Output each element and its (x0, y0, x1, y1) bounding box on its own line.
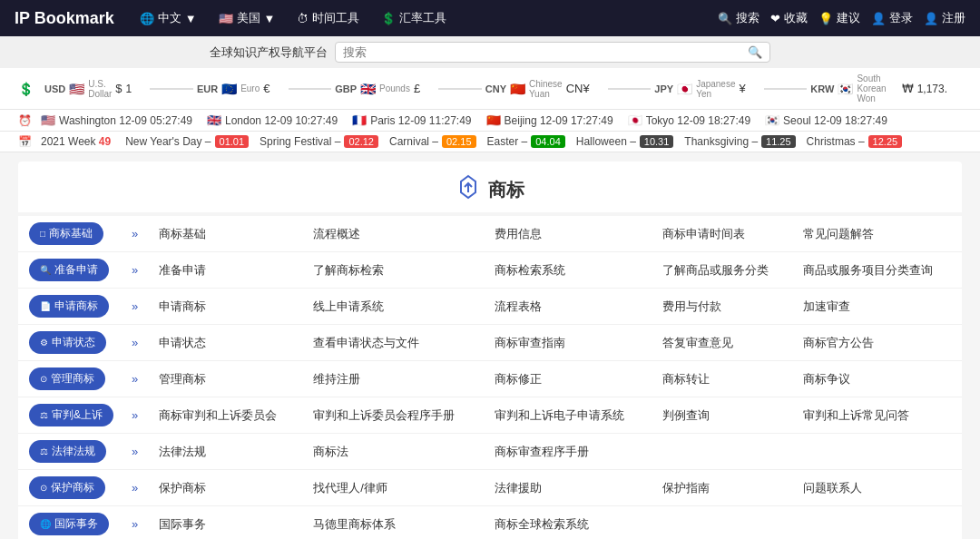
currency-row: 💲 USD 🇺🇸 U.S. Dollar $ 1 EUR 🇪🇺 Euro € G… (0, 68, 980, 110)
category-btn-7[interactable]: ⊙保护商标 (29, 476, 105, 499)
link-cell-7-1[interactable]: 找代理人/律师 (304, 470, 485, 506)
link-cell-4-4[interactable]: 商标争议 (794, 361, 962, 397)
link-cell-8-0[interactable]: 国际事务 (150, 506, 304, 540)
category-btn-0[interactable]: □商标基础 (29, 222, 103, 245)
link-cell-1-2[interactable]: 商标检索系统 (485, 252, 653, 289)
arrow-6: » (122, 434, 150, 470)
search-input[interactable] (343, 45, 744, 59)
link-cell-8-4 (794, 506, 962, 540)
alarm-icon: ⏰ (18, 114, 32, 127)
search-submit-icon[interactable]: 🔍 (748, 45, 762, 59)
link-cell-0-1[interactable]: 流程概述 (304, 216, 485, 252)
link-cell-2-3[interactable]: 费用与付款 (653, 289, 794, 325)
link-cell-2-2[interactable]: 流程表格 (485, 289, 653, 325)
link-cell-3-4[interactable]: 商标官方公告 (794, 325, 962, 361)
category-label-6: 法律法规 (52, 444, 95, 459)
currency-bar-2 (289, 88, 332, 90)
link-cell-5-3[interactable]: 判例查询 (653, 397, 794, 434)
cat-icon-0: □ (40, 229, 45, 239)
currency-eur: EUR 🇪🇺 Euro € (197, 82, 270, 96)
link-cell-7-0[interactable]: 保护商标 (150, 470, 304, 506)
link-cell-1-3[interactable]: 了解商品或服务分类 (653, 252, 794, 289)
link-cell-2-4[interactable]: 加速审查 (794, 289, 962, 325)
link-cell-3-3[interactable]: 答复审查意见 (653, 325, 794, 361)
holiday-halloween: Halloween – 10.31 (576, 135, 674, 148)
link-cell-7-3[interactable]: 保护指南 (653, 470, 794, 506)
currency-bar-4 (608, 88, 652, 90)
nav-right-area: 🔍 搜索 ❤ 收藏 💡 建议 👤 登录 👤 注册 (718, 10, 965, 26)
link-cell-3-1[interactable]: 查看申请状态与文件 (304, 325, 485, 361)
holiday-easter: Easter – 04.04 (487, 135, 565, 148)
link-cell-4-0[interactable]: 管理商标 (150, 361, 304, 397)
time-paris: 🇫🇷 Paris 12-09 11:27:49 (352, 113, 471, 127)
nav-search[interactable]: 🔍 搜索 (718, 10, 760, 26)
holiday-carnival: Carnival – 02.15 (389, 135, 476, 148)
link-cell-6-1[interactable]: 商标法 (304, 434, 485, 470)
currency-cny: CNY 🇨🇳 Chinese Yuan CN¥ (485, 79, 590, 99)
trademark-title: 商标 (488, 178, 524, 202)
time-tokyo: 🇯🇵 Tokyo 12-09 18:27:49 (628, 113, 750, 127)
link-cell-1-0[interactable]: 准备申请 (150, 252, 304, 289)
link-cell-6-0[interactable]: 法律法规 (150, 434, 304, 470)
arrow-1: » (122, 252, 150, 289)
table-row: ⊙保护商标»保护商标找代理人/律师法律援助保护指南问题联系人 (18, 470, 962, 506)
table-row: ⚙申请状态»申请状态查看申请状态与文件商标审查指南答复审查意见商标官方公告 (18, 325, 962, 361)
category-btn-4[interactable]: ⊙管理商标 (29, 368, 105, 390)
link-cell-5-4[interactable]: 审判和上诉常见问答 (794, 397, 962, 434)
link-cell-0-3[interactable]: 商标申请时间表 (653, 216, 794, 252)
link-cell-4-3[interactable]: 商标转让 (653, 361, 794, 397)
link-cell-7-4[interactable]: 问题联系人 (794, 470, 962, 506)
link-cell-6-4 (794, 434, 962, 470)
link-cell-0-2[interactable]: 费用信息 (485, 216, 653, 252)
time-seoul: 🇰🇷 Seoul 12-09 18:27:49 (765, 113, 887, 127)
cat-icon-2: 📄 (40, 301, 51, 311)
link-cell-7-2[interactable]: 法律援助 (485, 470, 653, 506)
category-label-0: 商标基础 (49, 226, 93, 241)
link-cell-1-4[interactable]: 商品或服务项目分类查询 (794, 252, 962, 289)
link-cell-5-1[interactable]: 审判和上诉委员会程序手册 (304, 397, 485, 434)
currency-icon: 💲 (18, 82, 34, 96)
link-cell-8-2[interactable]: 商标全球检索系统 (485, 506, 653, 540)
link-cell-4-1[interactable]: 维持注册 (304, 361, 485, 397)
nav-time-tool[interactable]: ⏱ 时间工具 (289, 10, 367, 26)
link-cell-3-2[interactable]: 商标审查指南 (485, 325, 653, 361)
clock-icon: ⏱ (297, 12, 309, 25)
holiday-spring-festival: Spring Festival – 02.12 (260, 135, 378, 148)
category-btn-2[interactable]: 📄申请商标 (29, 295, 109, 318)
link-cell-6-2[interactable]: 商标审查程序手册 (485, 434, 653, 470)
link-cell-2-1[interactable]: 线上申请系统 (304, 289, 485, 325)
time-london: 🇬🇧 London 12-09 10:27:49 (207, 113, 338, 127)
category-label-3: 申请状态 (52, 335, 95, 350)
table-row: ⊙管理商标»管理商标维持注册商标修正商标转让商标争议 (18, 361, 962, 397)
link-cell-0-0[interactable]: 商标基础 (150, 216, 304, 252)
heart-icon: ❤ (770, 12, 780, 25)
link-cell-0-4[interactable]: 常见问题解答 (794, 216, 962, 252)
table-row: ⚖法律法规»法律法规商标法商标审查程序手册 (18, 434, 962, 470)
category-btn-3[interactable]: ⚙申请状态 (29, 331, 106, 354)
category-btn-6[interactable]: ⚖法律法规 (29, 440, 106, 463)
category-btn-1[interactable]: 🔍准备申请 (29, 259, 109, 281)
flag-us-icon: 🇺🇸 (219, 12, 233, 25)
table-row: ⚖审判&上诉»商标审判和上诉委员会审判和上诉委员会程序手册审判和上诉电子申请系统… (18, 397, 962, 434)
link-cell-2-0[interactable]: 申请商标 (150, 289, 304, 325)
holiday-christmas: Christmas – 12.25 (807, 135, 903, 148)
link-cell-5-2[interactable]: 审判和上诉电子申请系统 (485, 397, 653, 434)
table-row: 🔍准备申请»准备申请了解商标检索商标检索系统了解商品或服务分类商品或服务项目分类… (18, 252, 962, 289)
nav-suggest[interactable]: 💡 建议 (818, 10, 860, 26)
nav-language-us[interactable]: 🇺🇸 美国 ▼ (211, 10, 283, 26)
nav-exchange-tool[interactable]: 💲 汇率工具 (374, 10, 454, 26)
category-btn-5[interactable]: ⚖审判&上诉 (29, 404, 113, 426)
search-input-wrap: 🔍 (335, 42, 770, 63)
cat-icon-8: 🌐 (40, 519, 51, 529)
link-cell-1-1[interactable]: 了解商标检索 (304, 252, 485, 289)
category-label-2: 申请商标 (54, 299, 98, 314)
link-cell-5-0[interactable]: 商标审判和上诉委员会 (150, 397, 304, 434)
nav-language-cn[interactable]: 🌐 中文 ▼ (132, 10, 204, 26)
nav-login[interactable]: 👤 登录 (871, 10, 913, 26)
link-cell-3-0[interactable]: 申请状态 (150, 325, 304, 361)
category-btn-8[interactable]: 🌐国际事务 (29, 513, 109, 535)
nav-collect[interactable]: ❤ 收藏 (770, 10, 808, 26)
link-cell-8-1[interactable]: 马德里商标体系 (304, 506, 485, 540)
nav-register[interactable]: 👤 注册 (924, 10, 965, 26)
link-cell-4-2[interactable]: 商标修正 (485, 361, 653, 397)
